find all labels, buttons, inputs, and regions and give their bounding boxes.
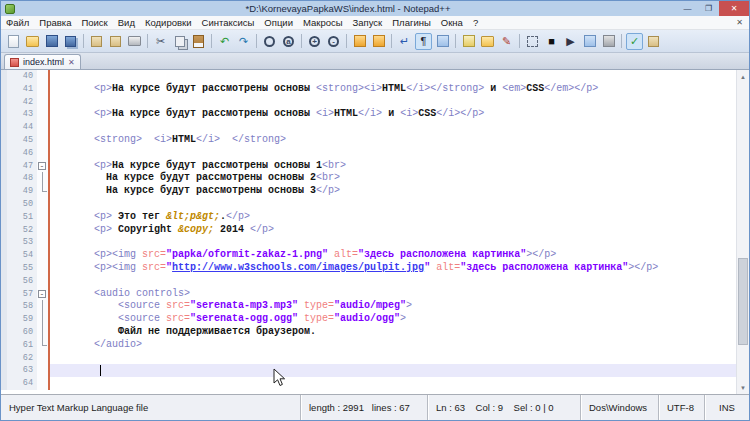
fold-margin[interactable] xyxy=(37,300,48,313)
code-line[interactable]: 51 <p> Это тег &lt;p&gt;.</p> xyxy=(1,211,736,224)
scroll-up-icon[interactable]: ▲ xyxy=(737,70,749,83)
fold-collapse-icon[interactable]: - xyxy=(38,290,46,298)
code-line[interactable]: 54 <p><img src="papka/oformit-zakaz-1.pn… xyxy=(1,249,736,262)
close-icon[interactable] xyxy=(88,33,105,50)
menu-item-edit[interactable]: Правка xyxy=(34,16,76,29)
code-text[interactable]: <p><img src="papka/oformit-zakaz-1.png" … xyxy=(50,249,736,262)
fold-margin[interactable] xyxy=(37,96,48,109)
print-icon[interactable] xyxy=(126,33,143,50)
fold-margin[interactable] xyxy=(37,121,48,134)
line-number[interactable]: 64 xyxy=(7,377,37,390)
line-number[interactable]: 42 xyxy=(7,96,37,109)
code-line[interactable]: 48 На курсе будут рассмотрены основы 2<b… xyxy=(1,172,736,185)
line-number[interactable]: 43 xyxy=(7,108,37,121)
code-text[interactable] xyxy=(50,70,736,83)
line-number[interactable]: 48 xyxy=(7,172,37,185)
line-number[interactable]: 58 xyxy=(7,300,37,313)
paste-icon[interactable] xyxy=(190,33,207,50)
line-number[interactable]: 56 xyxy=(7,275,37,288)
fold-margin[interactable] xyxy=(37,339,48,352)
line-number[interactable]: 52 xyxy=(7,224,37,237)
copy-icon[interactable] xyxy=(171,33,188,50)
fold-margin[interactable] xyxy=(37,70,48,83)
fold-margin[interactable] xyxy=(37,83,48,96)
code-text[interactable]: </audio> xyxy=(50,339,736,352)
line-number[interactable]: 60 xyxy=(7,326,37,339)
code-line[interactable]: 40 xyxy=(1,70,736,83)
code-text[interactable]: <source src="serenata-mp3.mp3" type="aud… xyxy=(50,300,736,313)
code-text[interactable]: На курсе будут рассмотрены основы 2<br> xyxy=(50,172,736,185)
editor-area[interactable]: 4041 <p>На курсе будут рассмотрены основ… xyxy=(1,70,749,394)
close-all-icon[interactable] xyxy=(107,33,124,50)
menu-item-language[interactable]: Синтаксисы xyxy=(197,16,260,29)
doc-map-icon[interactable] xyxy=(479,33,496,50)
fold-margin[interactable] xyxy=(37,211,48,224)
line-number[interactable]: 50 xyxy=(7,198,37,211)
code-text[interactable]: <p>На курсе будут рассмотрены основы <i>… xyxy=(50,108,736,121)
code-line[interactable]: 55 <p><img src="http://www.w3schools.com… xyxy=(1,262,736,275)
open-file-icon[interactable] xyxy=(24,33,41,50)
code-line[interactable]: 41 <p>На курсе будут рассмотрены основы … xyxy=(1,83,736,96)
code-text[interactable] xyxy=(50,147,736,160)
code-line[interactable]: 59 <source src="serenata-ogg.ogg" type="… xyxy=(1,313,736,326)
menu-item-window[interactable]: Окна xyxy=(436,16,468,29)
code-text[interactable]: <p>На курсе будут рассмотрены основы 1<b… xyxy=(50,160,736,173)
code-text[interactable]: <p> Copyright &copy; 2014 </p> xyxy=(50,224,736,237)
code-rows[interactable]: 4041 <p>На курсе будут рассмотрены основ… xyxy=(1,70,736,394)
new-file-icon[interactable] xyxy=(5,33,22,50)
code-line[interactable]: 64 xyxy=(1,377,736,390)
menu-item-file[interactable]: Файл xyxy=(1,16,34,29)
fold-margin[interactable] xyxy=(37,275,48,288)
undo-icon[interactable]: ↶ xyxy=(216,33,233,50)
fold-margin[interactable] xyxy=(37,326,48,339)
code-line[interactable]: 44 xyxy=(1,121,736,134)
define-language-icon[interactable] xyxy=(460,33,477,50)
code-text[interactable]: На курсе будут рассмотрены основы 3</p> xyxy=(50,185,736,198)
scroll-down-icon[interactable]: ▼ xyxy=(737,381,749,394)
close-button[interactable]: ✕ xyxy=(719,1,749,16)
menu-item-settings[interactable]: Опции xyxy=(259,16,298,29)
code-text[interactable] xyxy=(50,364,736,377)
fold-margin[interactable] xyxy=(37,172,48,185)
line-number[interactable]: 44 xyxy=(7,121,37,134)
line-number[interactable]: 62 xyxy=(7,352,37,365)
minimize-button[interactable]: — xyxy=(677,1,698,16)
code-line[interactable]: 47- <p>На курсе будут рассмотрены основы… xyxy=(1,160,736,173)
menu-item-encoding[interactable]: Кодировки xyxy=(140,16,197,29)
code-text[interactable]: <source src="serenata-ogg.ogg" type="aud… xyxy=(50,313,736,326)
code-line[interactable]: 52 <p> Copyright &copy; 2014 </p> xyxy=(1,224,736,237)
menu-item-view[interactable]: Вид xyxy=(113,16,140,29)
code-line[interactable]: 62 xyxy=(1,352,736,365)
indent-guide-icon[interactable] xyxy=(434,33,451,50)
document-close-icon[interactable]: ✕ xyxy=(730,18,749,27)
code-text[interactable] xyxy=(50,352,736,365)
code-line[interactable]: 53 xyxy=(1,236,736,249)
menu-item-search[interactable]: Поиск xyxy=(76,16,112,29)
show-all-chars-icon[interactable]: ¶ xyxy=(415,33,432,50)
code-text[interactable]: Файл не поддерживается браузером. xyxy=(50,326,736,339)
cut-icon[interactable]: ✂ xyxy=(152,33,169,50)
line-number[interactable]: 49 xyxy=(7,185,37,198)
code-line[interactable]: 63 xyxy=(1,364,736,377)
line-number[interactable]: 51 xyxy=(7,211,37,224)
fold-margin[interactable] xyxy=(37,198,48,211)
code-text[interactable] xyxy=(50,236,736,249)
fold-margin[interactable]: - xyxy=(37,160,48,173)
code-line[interactable]: 43 <p>На курсе будут рассмотрены основы … xyxy=(1,108,736,121)
fold-margin[interactable] xyxy=(37,377,48,390)
line-number[interactable]: 41 xyxy=(7,83,37,96)
code-line[interactable]: 61 </audio> xyxy=(1,339,736,352)
tab-close-icon[interactable]: ✕ xyxy=(68,58,75,67)
code-line[interactable]: 42 xyxy=(1,96,736,109)
fold-margin[interactable] xyxy=(37,134,48,147)
code-line[interactable]: 50 xyxy=(1,198,736,211)
save-macro-icon[interactable] xyxy=(581,33,598,50)
code-line[interactable]: 46 xyxy=(1,147,736,160)
code-line[interactable]: 56 xyxy=(1,275,736,288)
code-text[interactable] xyxy=(50,121,736,134)
line-number[interactable]: 47 xyxy=(7,160,37,173)
code-text[interactable]: <p><img src="http://www.w3schools.com/im… xyxy=(50,262,736,275)
function-list-icon[interactable]: ✎ xyxy=(498,33,515,50)
line-number[interactable]: 59 xyxy=(7,313,37,326)
line-number[interactable]: 57 xyxy=(7,288,37,301)
